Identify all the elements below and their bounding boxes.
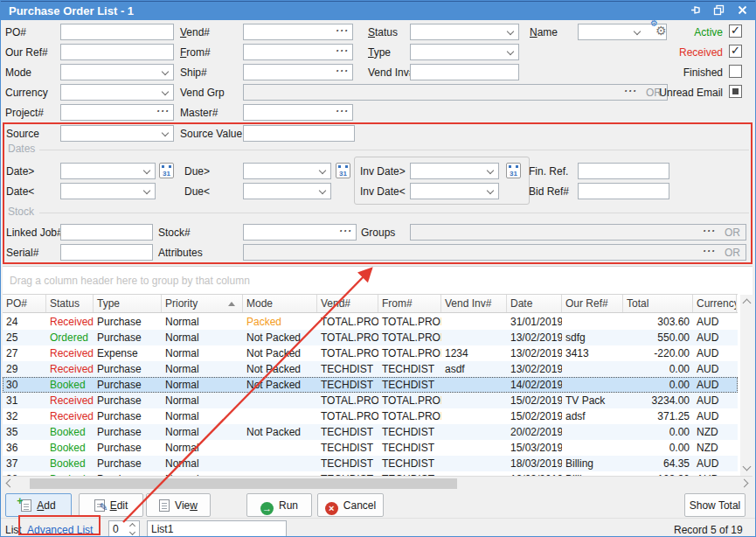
column-header-our-ref-[interactable]: Our Ref# [562, 295, 623, 313]
run-button[interactable]: →Run [246, 493, 312, 517]
ellipsis-icon[interactable] [336, 65, 349, 77]
column-header-currency[interactable]: Currency [693, 295, 737, 313]
grid-row[interactable]: 24ReceivedPurchaseNormalPackedTOTAL.PROM… [3, 314, 738, 330]
currency-select[interactable] [60, 84, 174, 101]
horizontal-scroll-thumb[interactable] [30, 478, 457, 489]
close-icon[interactable] [737, 4, 748, 16]
advanced-list-link[interactable]: Advanced List [27, 524, 93, 536]
grid-row[interactable]: 31ReceivedPurchaseNormalTOTAL.PROMTOTAL.… [3, 393, 738, 408]
master-lookup[interactable] [243, 104, 353, 121]
unread-email-checkbox[interactable] [729, 85, 742, 98]
active-checkbox[interactable] [729, 24, 742, 38]
due-gt-select[interactable] [243, 163, 331, 179]
column-header-vend-inv-[interactable]: Vend Inv# [441, 295, 507, 313]
grid-row[interactable]: 27ReceivedExpenseNormalNot PackedTOTAL.P… [3, 345, 738, 361]
ship-lookup[interactable] [243, 64, 353, 80]
chevron-down-icon[interactable] [162, 68, 169, 75]
add-button[interactable]: +Add [5, 493, 72, 517]
type-select[interactable] [410, 44, 519, 60]
column-header-from-[interactable]: From# [378, 295, 441, 313]
finished-checkbox[interactable] [729, 65, 742, 78]
date-lt-select[interactable] [60, 183, 156, 199]
column-header-type[interactable]: Type [94, 295, 162, 313]
column-header-date[interactable]: Date [507, 295, 562, 313]
grid-cell: 25 [3, 330, 46, 345]
vend-lookup[interactable] [243, 24, 353, 40]
inv-date-lt-select[interactable] [410, 183, 499, 199]
list-name-input[interactable]: List1 [147, 520, 287, 537]
restore-icon[interactable] [713, 4, 725, 16]
list-number-spinner[interactable]: 0 [108, 520, 140, 537]
grid-row[interactable]: 32ReceivedPurchaseNormalTOTAL.PROMTOTAL.… [3, 408, 738, 424]
mode-select[interactable] [60, 64, 174, 80]
project-lookup[interactable] [60, 104, 174, 121]
ellipsis-icon[interactable] [156, 105, 170, 117]
calendar-icon[interactable] [506, 163, 521, 178]
column-header-po-[interactable]: PO# [3, 295, 46, 313]
scroll-down-icon[interactable] [743, 463, 752, 471]
inv-date-gt-select[interactable] [410, 163, 499, 179]
column-header-status[interactable]: Status [46, 295, 94, 313]
calendar-icon[interactable] [336, 163, 350, 178]
calendar-icon[interactable] [159, 163, 174, 178]
spinner-arrows-icon[interactable] [129, 522, 137, 535]
ellipsis-icon[interactable] [336, 45, 349, 57]
horizontal-scrollbar[interactable] [3, 476, 753, 490]
attributes-field[interactable]: OR [243, 244, 746, 261]
scroll-up-icon[interactable] [743, 299, 752, 308]
chevron-down-icon[interactable] [487, 167, 494, 174]
cancel-button[interactable]: ×Cancel [317, 493, 384, 517]
status-select[interactable] [410, 24, 519, 40]
chevron-down-icon[interactable] [162, 88, 169, 95]
stock-lookup[interactable] [243, 224, 357, 241]
fin-ref-input[interactable] [578, 163, 669, 179]
po-input[interactable] [60, 24, 174, 40]
chevron-down-icon[interactable] [507, 48, 514, 55]
column-header-mode[interactable]: Mode [243, 295, 317, 313]
scroll-left-icon[interactable] [6, 479, 15, 488]
source-select[interactable] [60, 125, 174, 142]
grid-row[interactable]: 29ReceivedPurchaseNormalNot PackedTECHDI… [3, 361, 738, 377]
date-gt-select[interactable] [60, 163, 156, 179]
grid-row[interactable]: 36BookedPurchaseNormalTECHDISTTECHDIST15… [3, 440, 738, 456]
group-by-panel[interactable]: Drag a column header here to group by th… [10, 275, 250, 287]
ellipsis-icon[interactable] [703, 245, 716, 257]
groups-field[interactable]: OR [410, 224, 746, 241]
ellipsis-icon[interactable] [339, 225, 352, 237]
due-lt-select[interactable] [243, 183, 331, 199]
title-bar[interactable]: Purchase Order List - 1 [1, 1, 755, 20]
ellipsis-icon[interactable] [336, 24, 349, 37]
vertical-scrollbar[interactable] [740, 295, 753, 477]
serial-input[interactable] [60, 244, 153, 261]
column-header-priority[interactable]: Priority [162, 295, 243, 313]
chevron-down-icon[interactable] [319, 187, 326, 194]
view-button[interactable]: View [146, 493, 211, 517]
ellipsis-icon[interactable] [336, 105, 349, 117]
chevron-down-icon[interactable] [319, 167, 326, 174]
vend-inv-input[interactable] [410, 64, 519, 80]
pin-icon[interactable] [690, 4, 701, 16]
ellipsis-icon[interactable] [703, 225, 716, 237]
chevron-down-icon[interactable] [507, 28, 514, 35]
from-lookup[interactable] [243, 44, 353, 60]
show-total-button[interactable]: Show Total [684, 493, 746, 517]
column-header-vend-[interactable]: Vend# [317, 295, 378, 313]
grid-row[interactable]: 25OrderedPurchaseNormalNot PackedTOTAL.P… [3, 330, 738, 345]
our-ref-input[interactable] [60, 44, 174, 60]
grid-row[interactable]: 37BookedPurchaseNormalTECHDISTTECHDIST18… [3, 456, 738, 471]
grid-cell: -220.00 [623, 345, 693, 361]
grid-row[interactable]: 35BookedPurchaseNormalNot PackedTECHDIST… [3, 424, 738, 440]
scroll-right-icon[interactable] [740, 479, 749, 488]
source-value-input[interactable] [243, 125, 355, 142]
column-header-total[interactable]: Total [623, 295, 693, 313]
chevron-down-icon[interactable] [487, 187, 494, 194]
grid-row-selected[interactable]: 30BookedPurchaseNormalNot PackedTECHDIST… [3, 377, 738, 393]
chevron-down-icon[interactable] [162, 129, 169, 136]
edit-button[interactable]: ✎Edit [79, 493, 143, 517]
received-checkbox[interactable] [729, 45, 742, 58]
vend-inv-label: Vend Inv# [368, 66, 414, 79]
chevron-down-icon[interactable] [143, 187, 150, 194]
chevron-down-icon[interactable] [143, 167, 150, 174]
bid-ref-input[interactable] [578, 183, 669, 199]
linked-job-input[interactable] [60, 224, 153, 241]
